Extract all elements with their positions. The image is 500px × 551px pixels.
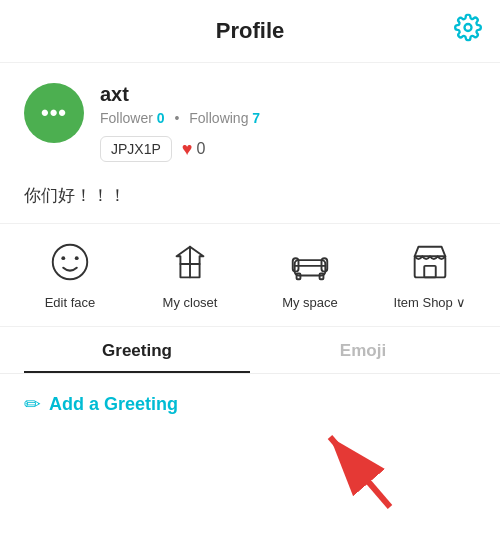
add-greeting-button[interactable]: Add a Greeting xyxy=(49,394,178,415)
pencil-icon: ✏ xyxy=(24,392,41,416)
tab-emoji[interactable]: Emoji xyxy=(250,341,476,373)
svg-point-3 xyxy=(75,256,79,260)
profile-info: axt Follower 0 • Following 7 JPJX1P ♥ 0 xyxy=(100,83,476,162)
tabs-row: Greeting Emoji xyxy=(0,327,500,374)
follow-separator: • xyxy=(174,110,179,126)
avatar-icon: ••• xyxy=(41,100,67,126)
edit-face-icon-wrap xyxy=(40,234,100,289)
id-heart-row: JPJX1P ♥ 0 xyxy=(100,136,476,162)
heart-icon: ♥ xyxy=(182,139,193,160)
nav-item-my-space[interactable]: My space xyxy=(250,234,370,310)
nav-label-my-space: My space xyxy=(282,295,338,310)
settings-button[interactable] xyxy=(454,14,482,49)
following-label: Following xyxy=(189,110,248,126)
item-shop-icon-wrap xyxy=(400,234,460,289)
my-space-icon-wrap xyxy=(280,234,340,289)
page-title: Profile xyxy=(216,18,284,44)
following-count: 7 xyxy=(252,110,260,126)
shop-icon xyxy=(407,239,453,285)
nav-icons: Edit face My closet My space xyxy=(0,223,500,327)
user-id-badge: JPJX1P xyxy=(100,136,172,162)
avatar: ••• xyxy=(24,83,84,143)
profile-section: ••• axt Follower 0 • Following 7 JPJX1P … xyxy=(0,63,500,174)
nav-item-edit-face[interactable]: Edit face xyxy=(10,234,130,310)
closet-icon xyxy=(167,239,213,285)
svg-point-0 xyxy=(465,24,472,31)
svg-rect-13 xyxy=(424,265,436,277)
my-closet-icon-wrap xyxy=(160,234,220,289)
nav-label-my-closet: My closet xyxy=(163,295,218,310)
avatar-area: ••• xyxy=(24,83,84,143)
svg-line-15 xyxy=(330,437,390,507)
username: axt xyxy=(100,83,476,106)
svg-point-2 xyxy=(61,256,65,260)
face-icon xyxy=(47,239,93,285)
space-icon xyxy=(287,239,333,285)
follower-count: 0 xyxy=(157,110,165,126)
nav-label-edit-face: Edit face xyxy=(45,295,96,310)
nav-item-my-closet[interactable]: My closet xyxy=(130,234,250,310)
nav-item-item-shop[interactable]: Item Shop ∨ xyxy=(370,234,490,310)
bio-text: 你们好！！！ xyxy=(0,174,500,223)
heart-count-row: ♥ 0 xyxy=(182,139,206,160)
header: Profile xyxy=(0,0,500,63)
follower-label: Follower xyxy=(100,110,153,126)
heart-count: 0 xyxy=(197,140,206,158)
nav-label-item-shop: Item Shop ∨ xyxy=(394,295,467,310)
add-greeting-row[interactable]: ✏ Add a Greeting xyxy=(0,374,500,434)
svg-point-1 xyxy=(53,244,88,279)
tab-greeting[interactable]: Greeting xyxy=(24,341,250,373)
follow-stats: Follower 0 • Following 7 xyxy=(100,110,476,126)
